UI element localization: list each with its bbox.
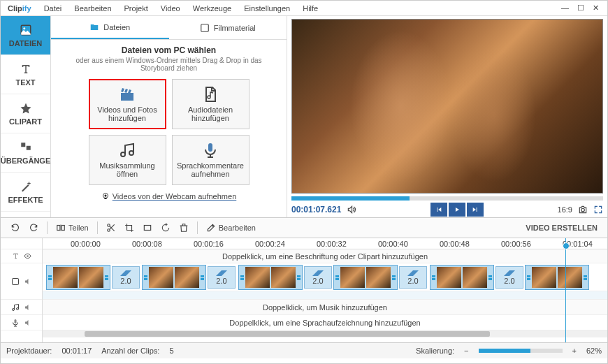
transition[interactable]: 2.0 [304, 266, 332, 289]
left-nav: DATEIEN TEXT CLIPART ÜBERGÄNGE EFFEKTE [1, 16, 51, 217]
close-button[interactable]: ✕ [593, 3, 599, 13]
menu-hilfe[interactable]: Hilfe [297, 1, 324, 15]
edit-button[interactable]: Bearbeiten [203, 220, 259, 235]
voice-track[interactable]: Doppelklick, um eine Sprachaufzeichnung … [43, 315, 607, 330]
minimize-button[interactable]: — [561, 3, 569, 13]
speaker-icon[interactable] [24, 277, 32, 286]
zoom-in-icon[interactable]: + [572, 347, 577, 355]
tab-dateien[interactable]: Dateien [51, 16, 169, 39]
ruler-tick: 00:00:40 [378, 240, 408, 248]
text-track[interactable]: Doppelklick, um eine Beschriftung oder C… [43, 249, 607, 263]
eye-icon[interactable] [24, 252, 31, 260]
zoom-slider[interactable] [479, 349, 563, 353]
video-track-icon [11, 277, 20, 286]
cut-button[interactable] [103, 220, 119, 235]
time-ruler[interactable]: 00:00:0000:00:0800:00:1600:00:2400:00:32… [43, 238, 607, 249]
ruler-tick: 00:00:48 [440, 240, 470, 248]
squares-icon [20, 141, 32, 154]
files-panel: Dateien Filmmaterial Dateien vom PC wähl… [51, 16, 287, 217]
projektdauer-label: Projektdauer: [6, 347, 52, 355]
tile-videos-fotos[interactable]: Videos und Fotoshinzufügen [89, 79, 166, 129]
ruler-tick: 00:00:32 [317, 240, 347, 248]
video-clip[interactable] [525, 265, 589, 290]
redo-button[interactable] [26, 220, 41, 235]
prev-button[interactable] [430, 203, 447, 217]
audiofile-icon [202, 86, 219, 103]
ruler-tick: 00:00:56 [501, 240, 531, 248]
ruler-tick: 00:00:24 [255, 240, 285, 248]
fullscreen-icon[interactable] [593, 205, 603, 214]
frame-button[interactable] [140, 220, 155, 235]
seek-bar[interactable] [291, 196, 603, 201]
speaker-icon[interactable] [24, 319, 32, 327]
create-video-button[interactable]: VIDEO ERSTELLEN [523, 217, 600, 238]
nav-clipart[interactable]: CLIPART [1, 94, 50, 133]
statusbar: Projektdauer: 00:01:17 Anzahl der Clips:… [1, 343, 607, 358]
video-viewer[interactable] [291, 19, 603, 194]
titlebar: Clipify Datei Bearbeiten Projekt Video W… [1, 1, 607, 16]
music-track[interactable]: Doppelklick, um Musik hinzuzufügen [43, 300, 607, 315]
menu-einstellungen[interactable]: Einstellungen [238, 1, 296, 15]
nav-effekte[interactable]: EFFEKTE [1, 173, 50, 212]
toolbar: Teilen Bearbeiten VIDEO ERSTELLEN [1, 217, 607, 238]
menu-video[interactable]: Video [155, 1, 186, 15]
video-clip[interactable] [238, 265, 303, 290]
clapper-icon [119, 86, 136, 103]
music-icon [119, 142, 136, 159]
zoom-value: 62% [586, 347, 602, 355]
ruler-tick: 00:00:08 [132, 240, 162, 248]
undo-button[interactable] [8, 220, 23, 235]
play-button[interactable] [449, 203, 465, 217]
video-clip[interactable] [430, 265, 494, 290]
aspect-ratio[interactable]: 16:9 [558, 205, 572, 214]
tile-sprach[interactable]: Sprachkommentareaufnehmen [172, 135, 249, 185]
panel-title: Dateien vom PC wählen [64, 45, 274, 55]
speaker-icon[interactable] [24, 303, 32, 312]
nav-uebergaenge[interactable]: ÜBERGÄNGE [1, 133, 50, 173]
crop-button[interactable] [122, 220, 137, 235]
nav-text[interactable]: TEXT [1, 55, 50, 94]
timeline-scrollbar[interactable] [43, 330, 607, 337]
video-clip[interactable] [46, 265, 110, 290]
menu-werkzeuge[interactable]: Werkzeuge [187, 1, 237, 15]
video-audio-track[interactable] [43, 291, 607, 300]
split-button[interactable]: Teilen [53, 220, 92, 235]
transition[interactable]: 2.0 [495, 266, 523, 289]
playhead[interactable] [565, 238, 566, 342]
timeline: 00:00:0000:00:0800:00:1600:00:2400:00:32… [1, 238, 607, 343]
menu-bearbeiten[interactable]: Bearbeiten [68, 1, 117, 15]
nav-dateien[interactable]: DATEIEN [1, 16, 50, 55]
skalierung-label: Skalierung: [416, 347, 454, 355]
video-clip[interactable] [142, 265, 206, 290]
menu-datei[interactable]: Datei [38, 1, 68, 15]
delete-button[interactable] [176, 220, 191, 235]
mic-track-icon [11, 319, 20, 327]
video-clip[interactable] [333, 265, 398, 290]
video-track[interactable]: 2.02.02.02.02.0 [43, 263, 607, 291]
volume-icon[interactable] [347, 205, 356, 214]
mic-icon [202, 142, 219, 159]
rotate-button[interactable] [158, 220, 173, 235]
music-track-icon [11, 303, 20, 312]
transition[interactable]: 2.0 [399, 266, 427, 289]
webcam-link[interactable]: Videos von der Webcam aufnehmen [101, 192, 237, 201]
next-button[interactable] [467, 203, 484, 217]
transition[interactable]: 2.0 [112, 266, 140, 289]
text-icon [20, 63, 32, 75]
projektdauer-value: 00:01:17 [61, 347, 92, 355]
ruler-tick: 00:00:16 [194, 240, 224, 248]
tab-filmmaterial[interactable]: Filmmaterial [169, 16, 287, 39]
clips-value: 5 [169, 347, 173, 355]
film-icon [200, 23, 210, 33]
current-time: 00:01:07.621 [291, 205, 341, 214]
tile-musik[interactable]: Musiksammlungöffnen [89, 135, 166, 185]
snapshot-icon[interactable] [578, 205, 588, 214]
tile-audio[interactable]: Audiodateienhinzufügen [172, 79, 249, 129]
zoom-out-icon[interactable]: − [464, 347, 468, 355]
transition[interactable]: 2.0 [208, 266, 236, 289]
menubar: Datei Bearbeiten Projekt Video Werkzeuge… [38, 1, 553, 15]
menu-projekt[interactable]: Projekt [119, 1, 154, 15]
maximize-button[interactable]: ☐ [577, 3, 584, 13]
star-icon [20, 102, 32, 115]
folder-icon [89, 22, 99, 32]
